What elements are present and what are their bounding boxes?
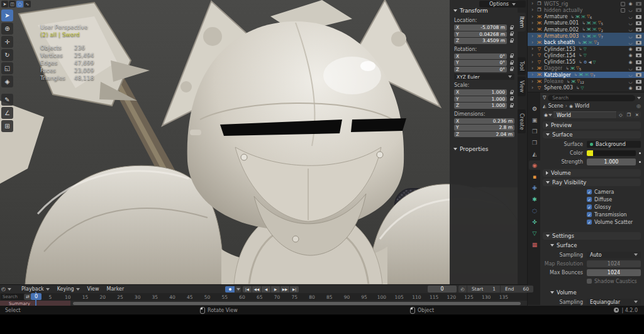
volume-sampling-dropdown[interactable]: Equiangular [587, 299, 641, 306]
eye-closed-icon[interactable]: ◡ [628, 14, 633, 19]
select-box-tool-button[interactable]: ➤ [1, 9, 13, 21]
editor-type-dropdown[interactable]: ◴ [1, 286, 18, 292]
add-cube-tool-button[interactable]: ⊞ [1, 120, 13, 132]
properties-tab-modifiers[interactable]: ✙ [529, 183, 540, 192]
outliner-row-dagger[interactable]: ›ЖDagger↳Ж▽5◡ [528, 65, 644, 72]
auto-keying-button[interactable] [225, 286, 235, 292]
outliner-row-armature-002[interactable]: ›ЖArmature.002↳ЖЖ▽2◡ [528, 26, 644, 33]
channel-search-field[interactable]: Search [1, 294, 26, 300]
properties-tab-particles[interactable]: ✱ [529, 194, 540, 204]
disclosure-triangle[interactable]: › [531, 73, 535, 77]
glossy-checkbox[interactable]: ✓ [587, 204, 592, 209]
keyframe-dot-icon[interactable] [639, 161, 641, 163]
options-dropdown[interactable]: Options [479, 1, 526, 8]
collection-checkbox[interactable] [621, 8, 625, 13]
scale-x-field[interactable]: X1.000 [454, 89, 507, 96]
camera-visibility-icon[interactable] [636, 2, 641, 6]
jump-to-end-button[interactable]: ▶| [290, 286, 299, 292]
outliner-row-wgts-rig[interactable]: ›❒WGTS_rig◉ [528, 1, 644, 7]
dimensions-x-field[interactable]: X0.236 m [454, 118, 514, 125]
settings-surface-header[interactable]: Surface [547, 242, 641, 249]
unlink-button[interactable]: ✕ [633, 111, 641, 118]
disclosure-triangle[interactable]: › [531, 53, 535, 57]
location-y-field[interactable]: Y0.04268 m [454, 31, 507, 38]
eye-open-icon[interactable]: ◉ [628, 53, 633, 58]
rotation-mode-dropdown[interactable]: XYZ Euler [454, 74, 514, 80]
scale-y-field[interactable]: Y1.000 [454, 96, 507, 103]
camera-visibility-icon[interactable] [636, 53, 641, 57]
camera-visibility-icon[interactable] [636, 21, 641, 25]
color-swatch[interactable] [587, 150, 636, 156]
cursor-tool-button[interactable]: ⊕ [1, 23, 13, 35]
dimensions-z-field[interactable]: Z2.04 m [454, 131, 514, 138]
eye-open-icon[interactable]: ◉ [628, 86, 633, 91]
fake-user-button[interactable]: ◇ [617, 111, 625, 118]
breadcrumb-world[interactable]: World [575, 103, 589, 109]
properties-tab-object-data[interactable]: ▽ [529, 228, 540, 238]
strength-slider[interactable]: 1.000 [587, 159, 636, 165]
properties-tab-tool[interactable]: ⚙ [529, 104, 540, 113]
disclosure-triangle[interactable]: › [531, 47, 535, 51]
eye-closed-icon[interactable]: ◡ [628, 72, 633, 77]
outliner-row-cylinder-153[interactable]: ›▽Cylinder.153↳▽◉ [528, 46, 644, 52]
camera-visibility-icon[interactable] [636, 8, 641, 12]
n-panel-tab-view[interactable]: View [518, 77, 526, 96]
properties-panel-header[interactable]: Properties [450, 145, 518, 153]
outliner-row-armature[interactable]: ›ЖArmature↳ЖЖ▽6◡ [528, 14, 644, 20]
surface-section-header[interactable]: Surface [543, 131, 641, 138]
filter-icon[interactable]: ∇ [543, 95, 546, 101]
lock-icon[interactable] [509, 67, 514, 71]
camera-checkbox[interactable]: ✓ [587, 189, 592, 194]
disclosure-triangle[interactable]: › [531, 21, 535, 25]
next-keyframe-button[interactable]: ▶▶ [280, 286, 289, 292]
properties-tab-view-layer[interactable]: ❐ [529, 138, 540, 147]
location-z-field[interactable]: Z3.4509 m [454, 38, 507, 44]
outliner-row-hidden-actually[interactable]: ›❒hidden actually◡ [528, 7, 644, 13]
settings-section-header[interactable]: Settings [543, 232, 641, 240]
n-panel-tab-tool[interactable]: Tool [518, 57, 526, 75]
surface-shader-dropdown[interactable]: Background [587, 141, 641, 148]
circle-select-button[interactable]: ◌ [16, 1, 23, 8]
camera-visibility-icon[interactable] [636, 60, 641, 64]
outliner-row-sphere-003[interactable]: ›▽Sphere.003↳▽◉ [528, 85, 644, 91]
outliner-row-armature-003[interactable]: ›ЖArmature.003↳ЖЖ▽7◡ [528, 33, 644, 39]
eye-closed-icon[interactable]: ◡ [628, 27, 633, 32]
settings-volume-header[interactable]: Volume [547, 289, 641, 296]
disclosure-triangle[interactable]: › [531, 15, 535, 19]
outliner-row-poleaxe[interactable]: ›ЖPoleaxe↳Ж▽12◡ [528, 78, 644, 84]
world-name-field[interactable]: World [553, 111, 616, 118]
move-tool-button[interactable]: ✛ [1, 36, 13, 48]
disclosure-triangle[interactable]: › [531, 28, 535, 31]
prev-keyframe-button[interactable]: ◀◀ [252, 286, 261, 292]
properties-tab-constraints[interactable]: ✜ [529, 217, 540, 226]
current-frame-field[interactable]: 0 [428, 286, 457, 292]
disclosure-triangle[interactable]: › [531, 80, 535, 84]
shadow-caustics-checkbox[interactable] [587, 279, 592, 284]
rotation-y-field[interactable]: Y0° [454, 60, 507, 66]
tweak-select-button[interactable]: ➤ [1, 1, 8, 8]
lock-icon[interactable] [509, 104, 514, 108]
properties-tab-scene[interactable]: ◭ [529, 149, 540, 159]
camera-visibility-icon[interactable] [636, 41, 641, 45]
outliner-row-cylinder-154[interactable]: ›▽Cylinder.154↳▽◉ [528, 52, 644, 58]
properties-tab-physics[interactable]: ◌ [529, 206, 540, 215]
transform-tool-button[interactable]: ◈ [1, 75, 13, 87]
properties-tab-output[interactable]: ❒ [529, 126, 540, 136]
max-bounces-slider[interactable]: 1024 [587, 269, 641, 276]
camera-visibility-icon[interactable] [636, 73, 641, 77]
box-select-button[interactable]: ◫ [9, 1, 16, 8]
disclosure-triangle[interactable]: › [531, 41, 535, 45]
eye-closed-icon[interactable]: ◡ [628, 21, 633, 26]
collection-checkbox[interactable] [621, 2, 625, 6]
breadcrumb-scene[interactable]: Scene [548, 103, 563, 109]
use-preview-range-button[interactable]: ◴ [458, 286, 467, 292]
annotate-tool-button[interactable]: ✎ [1, 94, 13, 106]
ray-visibility-section-header[interactable]: Ray Visibility [543, 179, 641, 186]
properties-tab-object[interactable]: ▪ [529, 172, 540, 181]
measure-tool-button[interactable]: ∠ [1, 107, 13, 119]
preview-section-header[interactable]: Preview [543, 121, 641, 129]
camera-visibility-icon[interactable] [636, 67, 641, 70]
auto-keying-options[interactable] [235, 286, 241, 292]
camera-visibility-icon[interactable] [636, 80, 641, 84]
start-frame-field[interactable]: Start 1 [467, 286, 500, 292]
